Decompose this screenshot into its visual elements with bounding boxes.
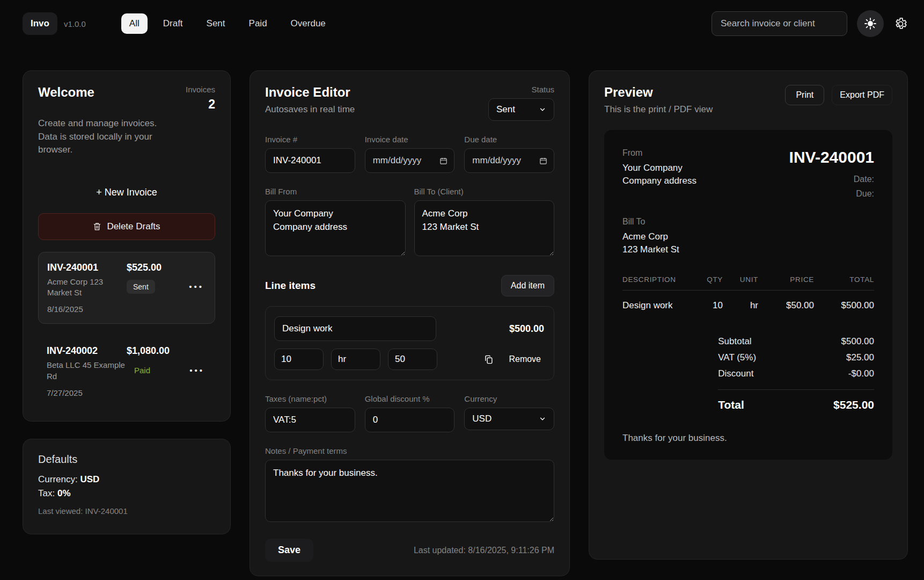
cell-description: Design work (622, 300, 690, 311)
tab-all[interactable]: All (121, 13, 148, 34)
welcome-title: Welcome (38, 85, 94, 112)
gear-icon (893, 17, 908, 31)
bill-to-textarea[interactable]: Acme Corp 123 Market St (414, 200, 555, 256)
invoice-amount: $1,080.00 (127, 345, 207, 357)
invoice-list-item[interactable]: INV-240001 Acme Corp 123 Market St 8/16/… (38, 252, 215, 324)
cell-unit: hr (723, 300, 758, 311)
main-content: Welcome Invoices 2 Create and manage inv… (0, 47, 924, 576)
print-button[interactable]: Print (785, 85, 824, 105)
invoice-date-input[interactable]: mm/dd/yyyy (365, 148, 455, 173)
preview-card: Preview This is the print / PDF view Pri… (589, 70, 908, 560)
table-row: Design work 10 hr $50.00 $500.00 (622, 291, 874, 311)
settings-button[interactable] (893, 17, 908, 31)
preview-due-label: Due: (789, 186, 874, 201)
due-date-input[interactable]: mm/dd/yyyy (464, 148, 554, 173)
due-date-placeholder: mm/dd/yyyy (472, 155, 521, 166)
item-total-value: $500.00 (509, 323, 545, 335)
col-price: PRICE (758, 276, 814, 284)
discount-label: Global discount % (365, 394, 455, 403)
discount-row-value: -$0.00 (848, 366, 874, 382)
delete-drafts-label: Delete Drafts (107, 221, 160, 232)
item-qty-input[interactable] (274, 349, 324, 370)
status-select[interactable]: Sent (488, 98, 554, 121)
col-description: DESCRIPTION (622, 276, 690, 284)
status-badge: Sent (127, 280, 155, 294)
tab-paid[interactable]: Paid (241, 13, 275, 34)
currency-label: Currency: (38, 474, 78, 484)
currency-value: USD (80, 474, 99, 484)
invoices-count-label: Invoices (186, 85, 215, 94)
bill-to-section-label: Bill To (622, 217, 874, 227)
vat-label: VAT (5%) (718, 350, 756, 366)
remove-item-button[interactable]: Remove (509, 354, 541, 364)
search-input[interactable] (712, 11, 847, 36)
copy-icon (483, 354, 494, 365)
preview-title: Preview (604, 85, 713, 100)
export-pdf-button[interactable]: Export PDF (832, 85, 892, 105)
last-updated-label: Last updated: 8/16/2025, 9:11:26 PM (414, 546, 554, 555)
kebab-menu-icon[interactable]: ••• (189, 282, 204, 291)
tab-draft[interactable]: Draft (155, 13, 191, 34)
item-unit-input[interactable] (331, 349, 380, 370)
welcome-description: Create and manage invoices. Data is stor… (38, 117, 175, 157)
item-price-input[interactable] (388, 349, 437, 370)
currency-select[interactable]: USD (464, 408, 554, 430)
preview-subtitle: This is the print / PDF view (604, 104, 713, 115)
version-label: v1.0.0 (64, 19, 86, 28)
new-invoice-button[interactable]: + New Invoice (38, 180, 215, 205)
discount-input[interactable] (365, 408, 455, 432)
chevron-down-icon (539, 415, 546, 423)
totals-divider (718, 389, 874, 390)
cell-total: $500.00 (814, 300, 874, 311)
theme-toggle-button[interactable] (857, 10, 884, 37)
line-items-title: Line items (265, 280, 316, 292)
invoices-count-value: 2 (186, 97, 215, 112)
editor-subtitle: Autosaves in real time (265, 104, 355, 115)
duplicate-item-button[interactable] (483, 354, 494, 365)
invoice-number: INV-240002 (47, 345, 127, 357)
cell-qty: 10 (690, 300, 723, 311)
tax-value: 0% (57, 488, 71, 498)
notes-textarea[interactable]: Thanks for your business. (265, 460, 554, 522)
invoice-date: 7/27/2025 (47, 388, 127, 397)
invoice-date-placeholder: mm/dd/yyyy (373, 155, 422, 166)
tab-overdue[interactable]: Overdue (283, 13, 334, 34)
app-logo: Invo (23, 12, 57, 35)
invoice-number-input[interactable] (265, 148, 355, 173)
col-total: TOTAL (814, 276, 874, 284)
editor-title: Invoice Editor (265, 85, 355, 100)
col-qty: QTY (690, 276, 723, 284)
client-address: 123 Market St (622, 244, 874, 255)
tax-label: Tax: (38, 488, 55, 498)
bill-from-textarea[interactable]: Your Company Company address (265, 200, 406, 256)
cell-price: $50.00 (758, 300, 814, 311)
kebab-menu-icon[interactable]: ••• (189, 366, 204, 375)
vat-value: $25.00 (846, 350, 874, 366)
taxes-input[interactable] (265, 408, 355, 432)
invoice-amount: $525.00 (127, 262, 206, 273)
save-button[interactable]: Save (265, 539, 313, 562)
add-item-button[interactable]: Add item (501, 275, 554, 296)
delete-drafts-button[interactable]: Delete Drafts (38, 213, 215, 240)
invoice-number-label: Invoice # (265, 135, 355, 144)
total-label: Total (718, 398, 744, 411)
subtotal-label: Subtotal (718, 334, 751, 350)
invoice-list-item[interactable]: INV-240002 Beta LLC 45 Example Rd 7/27/2… (38, 336, 215, 407)
status-value: Sent (496, 104, 515, 115)
due-date-label: Due date (464, 135, 554, 144)
preview-items-table: DESCRIPTION QTY UNIT PRICE TOTAL Design … (622, 276, 874, 311)
preview-date-label: Date: (789, 172, 874, 186)
tab-sent[interactable]: Sent (199, 13, 233, 34)
filter-tabs: All Draft Sent Paid Overdue (121, 13, 334, 34)
status-label: Status (488, 85, 554, 94)
left-column: Welcome Invoices 2 Create and manage inv… (23, 70, 231, 534)
notes-label: Notes / Payment terms (265, 446, 554, 455)
from-name: Your Company (622, 163, 696, 173)
trash-icon (93, 222, 101, 231)
item-description-input[interactable] (274, 316, 436, 341)
topbar: Invo v1.0.0 All Draft Sent Paid Overdue (0, 0, 924, 47)
invoice-number: INV-240001 (47, 262, 127, 273)
from-address: Company address (622, 176, 696, 186)
total-value: $525.00 (833, 398, 874, 411)
currency-select-label: Currency (464, 394, 554, 403)
